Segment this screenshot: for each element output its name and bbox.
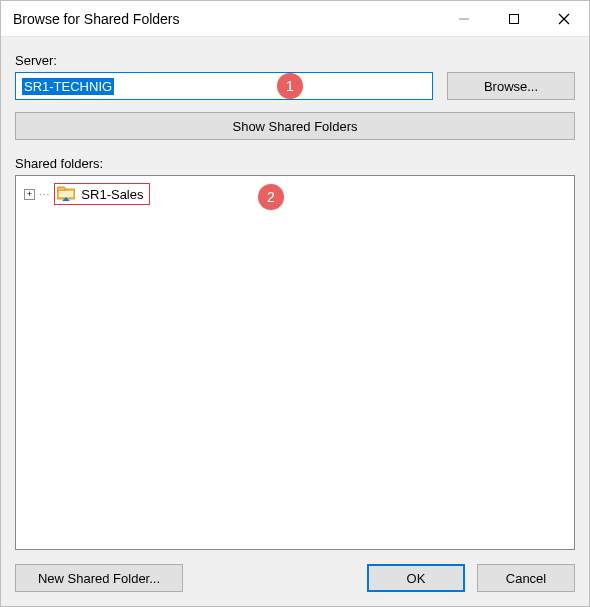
minimize-button[interactable]	[439, 1, 489, 37]
ok-button[interactable]: OK	[367, 564, 465, 592]
server-row: SR1-TECHNIG Browse... 1	[15, 72, 575, 100]
server-input[interactable]: SR1-TECHNIG	[15, 72, 433, 100]
new-shared-folder-button[interactable]: New Shared Folder...	[15, 564, 183, 592]
shared-folders-tree[interactable]: + ··· SR1-Sales 2	[15, 175, 575, 550]
tree-node-selected[interactable]: SR1-Sales	[54, 183, 150, 205]
svg-rect-6	[59, 191, 73, 197]
shared-folder-icon	[57, 186, 75, 202]
dialog-body: Server: SR1-TECHNIG Browse... 1 Show Sha…	[1, 37, 589, 606]
close-icon	[558, 13, 570, 25]
new-shared-folder-label: New Shared Folder...	[38, 571, 160, 586]
cancel-button-label: Cancel	[506, 571, 546, 586]
tree-row[interactable]: + ··· SR1-Sales	[24, 182, 566, 206]
server-label: Server:	[15, 53, 575, 68]
svg-rect-1	[510, 14, 519, 23]
svg-rect-5	[57, 187, 65, 191]
shared-folders-label: Shared folders:	[15, 156, 575, 171]
maximize-button[interactable]	[489, 1, 539, 37]
browse-button-label: Browse...	[484, 79, 538, 94]
cancel-button[interactable]: Cancel	[477, 564, 575, 592]
minimize-icon	[458, 13, 470, 25]
titlebar: Browse for Shared Folders	[1, 1, 589, 37]
show-shared-folders-button[interactable]: Show Shared Folders	[15, 112, 575, 140]
close-button[interactable]	[539, 1, 589, 37]
dialog-footer: New Shared Folder... OK Cancel	[15, 564, 575, 592]
dialog-window: Browse for Shared Folders Server: SR1-TE…	[0, 0, 590, 607]
window-title: Browse for Shared Folders	[13, 11, 439, 27]
tree-node-label: SR1-Sales	[81, 187, 143, 202]
tree-expander[interactable]: +	[24, 189, 35, 200]
tree-connector: ···	[39, 189, 50, 200]
show-shared-row: Show Shared Folders	[15, 112, 575, 140]
browse-button[interactable]: Browse...	[447, 72, 575, 100]
server-input-value: SR1-TECHNIG	[22, 78, 114, 95]
show-shared-folders-label: Show Shared Folders	[232, 119, 357, 134]
ok-button-label: OK	[407, 571, 426, 586]
maximize-icon	[508, 13, 520, 25]
